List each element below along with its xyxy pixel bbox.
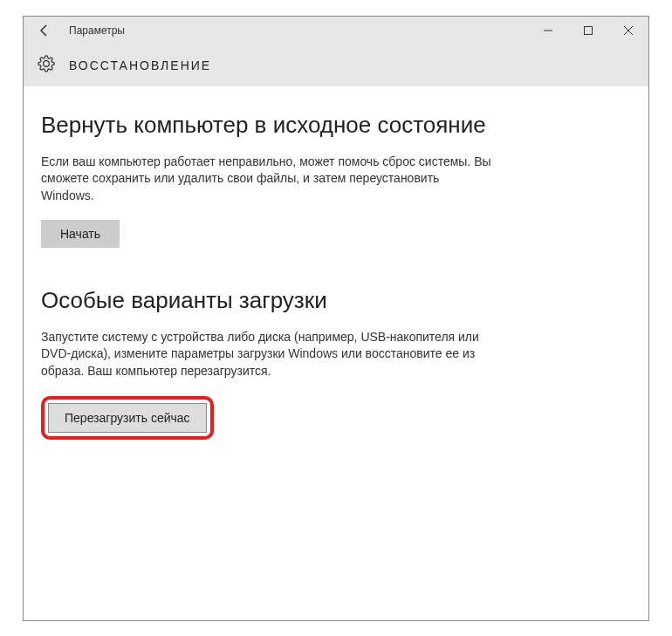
reset-pc-section: Вернуть компьютер в исходное состояние Е… <box>41 111 495 248</box>
highlight-annotation: Перезагрузить сейчас <box>41 396 214 440</box>
gear-icon <box>38 55 55 76</box>
advanced-startup-heading: Особые варианты загрузки <box>41 286 495 315</box>
back-button[interactable] <box>24 17 65 44</box>
svg-rect-1 <box>585 27 593 35</box>
get-started-button[interactable]: Начать <box>41 220 120 248</box>
settings-window: Параметры ВОССТАНОВЛЕНИЕ Вернуть компьют… <box>23 16 649 621</box>
page-header: ВОССТАНОВЛЕНИЕ <box>24 44 648 86</box>
minimize-button[interactable] <box>528 17 568 44</box>
titlebar: Параметры <box>24 17 648 44</box>
restart-now-button[interactable]: Перезагрузить сейчас <box>48 403 207 433</box>
content-area: Вернуть компьютер в исходное состояние Е… <box>24 86 648 503</box>
page-title: ВОССТАНОВЛЕНИЕ <box>69 58 211 72</box>
window-title: Параметры <box>69 24 125 37</box>
advanced-startup-section: Особые варианты загрузки Запустите систе… <box>41 286 495 439</box>
reset-pc-heading: Вернуть компьютер в исходное состояние <box>41 111 495 140</box>
window-controls <box>528 17 648 44</box>
reset-pc-description: Если ваш компьютер работает неправильно,… <box>41 154 495 205</box>
advanced-startup-description: Запустите систему с устройства либо диск… <box>41 329 495 380</box>
close-button[interactable] <box>608 17 648 44</box>
maximize-button[interactable] <box>568 17 608 44</box>
